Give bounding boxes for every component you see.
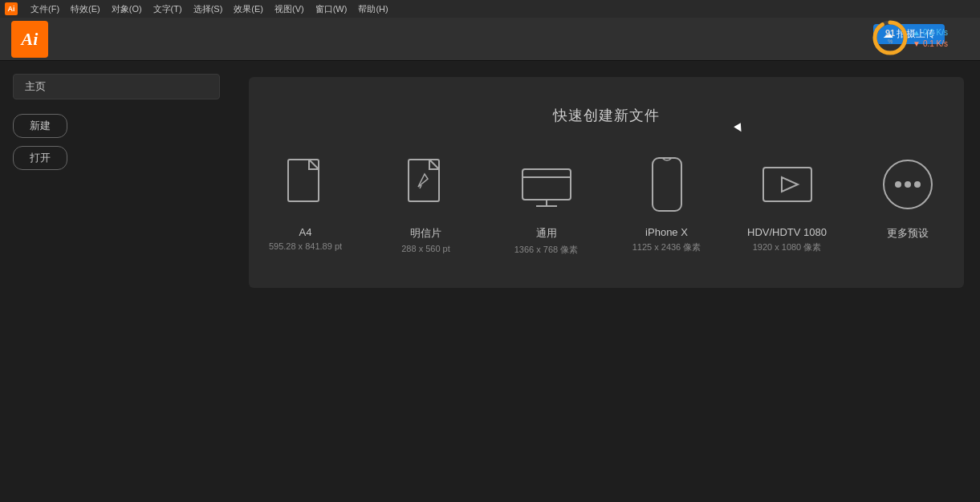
breadcrumb[interactable]: 主页 (13, 74, 220, 99)
template-iphone[interactable]: iPhone X 1125 x 2436 像素 (619, 152, 715, 253)
template-grid: A4 595.28 x 841.89 pt 明信片 288 x 560 (258, 152, 956, 256)
menu-bar: Ai 文件(F) 特效(E) 对象(O) 文字(T) 选择(S) 效果(E) 视… (0, 0, 980, 18)
svg-point-16 (915, 182, 920, 187)
template-a4[interactable]: A4 595.28 x 841.89 pt (258, 152, 354, 251)
app-logo-small: Ai (5, 2, 18, 15)
menu-effects[interactable]: 特效(E) (66, 2, 105, 17)
app-menu-logo: Ai (3, 0, 19, 18)
quick-create-title: 快速创建新文件 (553, 106, 660, 125)
svg-point-15 (905, 182, 910, 187)
upload-speed: 0.2 K/s (923, 28, 948, 37)
template-hdv[interactable]: HDV/HDTV 1080 1920 x 1080 像素 (739, 152, 836, 253)
svg-rect-11 (763, 168, 811, 201)
svg-text:%: % (888, 38, 893, 44)
template-postcard[interactable]: 明信片 288 x 560 pt (378, 152, 474, 253)
iphone-icon-box (635, 152, 699, 217)
general-name: 通用 (536, 226, 557, 241)
template-more[interactable]: 更多预设 (860, 152, 956, 244)
postcard-size: 288 x 560 pt (401, 244, 450, 253)
menu-help[interactable]: 帮助(H) (353, 2, 392, 17)
sidebar: 主页 新建 打开 (0, 61, 233, 502)
menu-view[interactable]: 视图(V) (270, 2, 309, 17)
menu-object[interactable]: 对象(O) (107, 2, 147, 17)
svg-rect-4 (288, 160, 319, 201)
svg-rect-5 (409, 160, 439, 201)
a4-icon-box (274, 152, 338, 217)
iphone-size: 1125 x 2436 像素 (632, 241, 701, 253)
main-content: 快速创建新文件 A4 595.28 x 841.89 pt (233, 61, 980, 502)
postcard-name: 明信片 (410, 226, 441, 241)
a4-name: A4 (299, 226, 312, 238)
menu-file[interactable]: 文件(F) (26, 2, 64, 17)
menu-text[interactable]: 文字(T) (148, 2, 187, 17)
svg-text:91: 91 (885, 28, 895, 38)
more-icon-box (876, 152, 940, 217)
template-general[interactable]: 通用 1366 x 768 像素 (498, 152, 595, 256)
svg-marker-12 (782, 177, 798, 192)
donut-chart: 91 % (871, 18, 909, 57)
a4-size: 595.28 x 841.89 pt (269, 241, 342, 251)
upload-speed-row: ▲ 0.2 K/s (913, 28, 948, 37)
open-button[interactable]: 打开 (13, 146, 67, 170)
new-button[interactable]: 新建 (13, 114, 67, 138)
toolbar: Ai ☁ 拍摄上传 91 % ▲ 0.2 K/s ▼ (0, 18, 980, 61)
download-speed-row: ▼ 0.1 K/s (913, 39, 948, 48)
svg-rect-10 (653, 158, 681, 211)
iphone-name: iPhone X (645, 226, 688, 238)
network-stats-widget: 91 % ▲ 0.2 K/s ▼ 0.1 K/s (871, 18, 975, 58)
hdv-size: 1920 x 1080 像素 (753, 241, 822, 253)
more-name: 更多预设 (887, 226, 929, 241)
app-logo: Ai (10, 19, 50, 59)
svg-rect-6 (523, 169, 571, 200)
menu-select[interactable]: 选择(S) (189, 2, 228, 17)
general-size: 1366 x 768 像素 (514, 244, 579, 256)
svg-point-14 (896, 182, 901, 187)
down-arrow-icon: ▼ (913, 39, 921, 48)
menu-effect[interactable]: 效果(E) (229, 2, 268, 17)
postcard-icon-box (394, 152, 458, 217)
hdv-name: HDV/HDTV 1080 (747, 226, 827, 238)
quick-create-card: 快速创建新文件 A4 595.28 x 841.89 pt (249, 77, 964, 288)
general-icon-box (514, 152, 579, 217)
up-arrow-icon: ▲ (913, 28, 921, 37)
hdv-icon-box (755, 152, 819, 217)
download-speed: 0.1 K/s (923, 39, 948, 48)
svg-point-1 (875, 22, 905, 53)
app-logo-box: Ai (11, 21, 48, 58)
menu-window[interactable]: 窗口(W) (311, 2, 352, 17)
network-info: ▲ 0.2 K/s ▼ 0.1 K/s (913, 28, 948, 48)
